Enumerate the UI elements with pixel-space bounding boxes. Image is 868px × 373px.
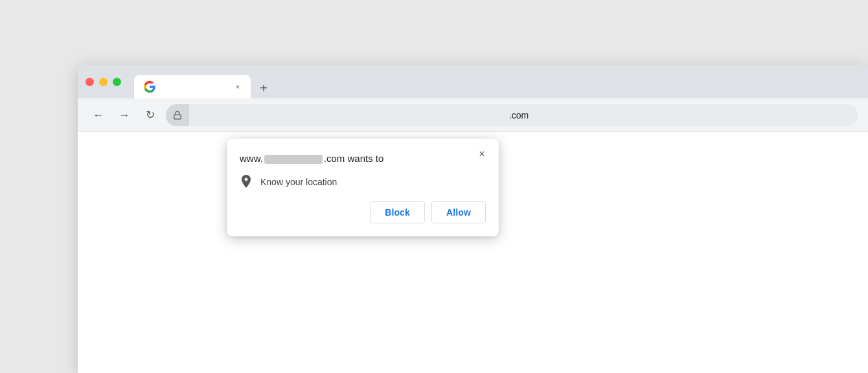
popup-title: www..com wants to <box>240 152 486 165</box>
popup-title-prefix: www. <box>240 153 263 164</box>
new-tab-button[interactable]: + <box>253 78 274 98</box>
popup-close-button[interactable]: × <box>474 146 490 162</box>
svg-rect-0 <box>174 115 181 119</box>
back-button[interactable]: ← <box>88 105 109 126</box>
maximize-traffic-light[interactable] <box>113 78 121 86</box>
browser-window: × + ← → ↻ × www..com wants to <box>78 65 868 373</box>
lock-icon <box>173 111 182 120</box>
browser-tab[interactable]: × <box>134 75 251 98</box>
lock-icon-wrap <box>166 104 189 126</box>
address-input[interactable] <box>166 104 858 126</box>
tab-close-btn[interactable]: × <box>233 82 243 92</box>
forward-button[interactable]: → <box>114 105 135 126</box>
reload-button[interactable]: ↻ <box>140 105 161 126</box>
tab-bar: × + <box>134 65 860 98</box>
nav-bar: ← → ↻ <box>78 98 868 132</box>
block-button[interactable]: Block <box>370 201 425 223</box>
permission-text: Know your location <box>260 177 337 187</box>
page-content: × www..com wants to Know your location B… <box>78 132 868 373</box>
popup-blurred-domain <box>264 155 323 164</box>
title-bar: × + <box>78 65 868 98</box>
address-bar-wrapper <box>166 104 858 126</box>
traffic-lights <box>86 78 121 86</box>
close-traffic-light[interactable] <box>86 78 94 86</box>
popup-title-suffix: .com wants to <box>324 153 384 164</box>
permission-item: Know your location <box>240 175 486 188</box>
popup-actions: Block Allow <box>240 201 486 223</box>
google-favicon <box>143 80 156 93</box>
permission-popup: × www..com wants to Know your location B… <box>227 139 499 236</box>
minimize-traffic-light[interactable] <box>99 78 108 86</box>
location-icon <box>240 175 253 188</box>
allow-button[interactable]: Allow <box>431 201 486 223</box>
